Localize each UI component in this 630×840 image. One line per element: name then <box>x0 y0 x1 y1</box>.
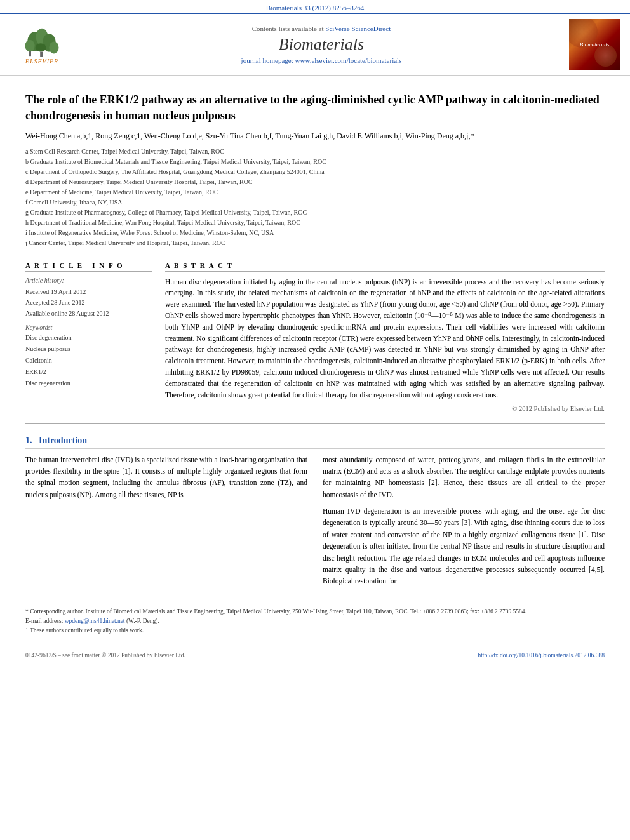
introduction-body: The human intervertebral disc (IVD) is a… <box>25 454 605 592</box>
affiliation-g: g Graduate Institute of Pharmacognosy, C… <box>25 208 605 218</box>
issn-text: 0142-9612/$ – see front matter © 2012 Pu… <box>25 652 185 658</box>
intro-para-3: Human IVD degeneration is an irreversibl… <box>323 505 605 587</box>
elsevier-brand-text: ELSEVIER <box>25 58 58 65</box>
affiliation-d: d Department of Neurosurgery, Taipei Med… <box>25 177 605 187</box>
accepted-date: Accepted 28 June 2012 <box>25 297 152 308</box>
svg-rect-7 <box>40 51 43 57</box>
equal-contrib-footnote: 1 These authors contributed equally to t… <box>25 626 605 636</box>
journal-center-header: Contents lists available at SciVerse Sci… <box>74 25 569 64</box>
article-title: The role of the ERK1/2 pathway as an alt… <box>25 92 605 124</box>
available-date: Available online 28 August 2012 <box>25 308 152 319</box>
homepage-text: journal homepage: www.elsevier.com/locat… <box>241 57 402 64</box>
keyword-2: Nucleus pulposus <box>25 343 152 355</box>
page: Biomaterials 33 (2012) 8256–8264 ELSEVIE… <box>0 0 630 840</box>
corresponding-footnote: * Corresponding author. Institute of Bio… <box>25 607 605 617</box>
sciverse-link[interactable]: SciVerse ScienceDirect <box>325 25 391 32</box>
elsevier-tree-icon <box>23 25 60 58</box>
email-footnote: E-mail address: wpdeng@ms41.hinet.net (W… <box>25 617 605 626</box>
main-content: The role of the ERK1/2 pathway as an alt… <box>0 76 630 648</box>
affiliation-f: f Cornell University, Ithaca, NY, USA <box>25 197 605 208</box>
email-label: E-mail address: <box>25 618 65 624</box>
affiliation-a: a Stem Cell Research Center, Taipei Medi… <box>25 147 605 157</box>
keywords-label: Keywords: <box>25 324 152 331</box>
affiliation-e: e Department of Medicine, Taipei Medical… <box>25 187 605 197</box>
keyword-3: Calcitonin <box>25 355 152 366</box>
elsevier-logo: ELSEVIER <box>10 25 74 65</box>
email-owner: (W.-P. Deng). <box>126 618 159 624</box>
journal-reference: Biomaterials 33 (2012) 8256–8264 <box>0 0 630 13</box>
journal-cover-image: Biomaterials <box>569 19 620 70</box>
footnotes: * Corresponding author. Institute of Bio… <box>25 603 605 636</box>
page-footer: 0142-9612/$ – see front matter © 2012 Pu… <box>0 648 630 658</box>
intro-number: 1. <box>25 436 32 445</box>
article-info-header: A R T I C L E I N F O <box>25 262 152 272</box>
email-address[interactable]: wpdeng@ms41.hinet.net <box>65 618 125 624</box>
intro-right-text: most abundantly composed of water, prote… <box>323 454 605 587</box>
intro-left-text: The human intervertebral disc (IVD) is a… <box>25 454 307 501</box>
journal-ref-text: Biomaterials 33 (2012) 8256–8264 <box>266 4 364 11</box>
article-dates: Received 19 April 2012 Accepted 28 June … <box>25 286 152 319</box>
keyword-4: ERK1/2 <box>25 366 152 378</box>
doi-link[interactable]: http://dx.doi.org/10.1016/j.biomaterials… <box>478 652 605 658</box>
affiliation-b: b Graduate Institute of Biomedical Mater… <box>25 157 605 167</box>
introduction-title: 1. Introduction <box>25 436 605 449</box>
affiliation-j: j Cancer Center, Taipei Medical Universi… <box>25 238 605 248</box>
section-divider <box>25 255 605 255</box>
cover-label: Biomaterials <box>580 41 610 48</box>
keywords-list: Disc degeneration Nucleus pulposus Calci… <box>25 332 152 389</box>
copyright-line: © 2012 Published by Elsevier Ltd. <box>165 405 605 412</box>
svg-point-6 <box>36 43 46 51</box>
abstract-text: Human disc degeneration initiated by agi… <box>165 277 605 401</box>
article-history-label: Article history: <box>25 277 152 284</box>
sciverse-prefix: Contents lists available at <box>252 25 325 32</box>
intro-para-2: most abundantly composed of water, prote… <box>323 454 605 501</box>
intro-title-text: Introduction <box>39 436 87 445</box>
abstract-column: A B S T R A C T Human disc degeneration … <box>165 262 605 412</box>
article-info-abstract: A R T I C L E I N F O Article history: R… <box>25 262 605 412</box>
sciverse-line: Contents lists available at SciVerse Sci… <box>74 25 569 32</box>
intro-left-col: The human intervertebral disc (IVD) is a… <box>25 454 307 592</box>
affiliation-i: i Institute of Regenerative Medicine, Wa… <box>25 228 605 238</box>
journal-header: ELSEVIER Contents lists available at Sci… <box>0 13 630 76</box>
intro-para-1: The human intervertebral disc (IVD) is a… <box>25 454 307 501</box>
keyword-1: Disc degeneration <box>25 332 152 343</box>
affiliations: a Stem Cell Research Center, Taipei Medi… <box>25 147 605 248</box>
article-info-column: A R T I C L E I N F O Article history: R… <box>25 262 152 412</box>
intro-right-col: most abundantly composed of water, prote… <box>323 454 605 592</box>
affiliation-c: c Department of Orthopedic Surgery, The … <box>25 167 605 177</box>
affiliation-h: h Department of Traditional Medicine, Wa… <box>25 218 605 228</box>
authors-text: Wei-Hong Chen a,b,1, Rong Zeng c,1, Wen-… <box>25 131 474 140</box>
journal-title: Biomaterials <box>74 35 569 54</box>
authors-line: Wei-Hong Chen a,b,1, Rong Zeng c,1, Wen-… <box>25 130 605 142</box>
journal-homepage: journal homepage: www.elsevier.com/locat… <box>74 57 569 64</box>
svg-point-4 <box>25 39 35 51</box>
svg-point-5 <box>49 41 58 53</box>
keyword-5: Disc regeneration <box>25 378 152 389</box>
section-divider-2 <box>25 423 605 424</box>
received-date: Received 19 April 2012 <box>25 286 152 297</box>
abstract-header: A B S T R A C T <box>165 262 605 272</box>
